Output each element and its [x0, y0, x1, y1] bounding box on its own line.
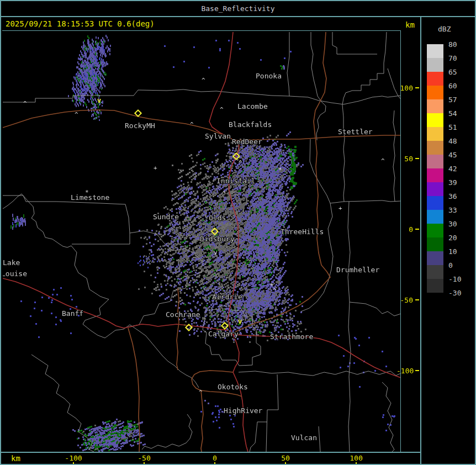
county-boundary-line: [3, 194, 199, 388]
city-label: Blackfalds: [229, 120, 272, 129]
unit-label-top: km: [405, 20, 415, 29]
city-label: Didsbury: [200, 235, 235, 243]
map-marker-star: *: [278, 166, 282, 173]
city-label: Lake: [3, 258, 20, 267]
county-boundary-line: [342, 32, 387, 202]
legend-unit-label: dBZ: [438, 25, 451, 33]
county-boundary-line: [266, 374, 278, 452]
legend-color-block: [427, 99, 443, 113]
legend-dbz-label: 57: [448, 96, 457, 103]
highway-brown-line: [201, 390, 203, 452]
city-label: RedDeer: [232, 138, 262, 146]
map-marker-caret: ^: [239, 159, 242, 166]
legend-color-block: [427, 44, 443, 58]
y-axis-tick-mark: [415, 299, 419, 300]
legend-dbz-label: 42: [448, 165, 457, 172]
map-marker-caret: ^: [75, 111, 78, 118]
legend-color-block: [427, 210, 443, 224]
city-label: Innisfail: [216, 177, 255, 185]
legend-dbz-label: 0: [448, 262, 453, 269]
county-boundary-line: [311, 32, 326, 140]
x-axis-tick-label: 50: [281, 454, 290, 462]
legend-color-block: [427, 182, 443, 196]
title-bar: Base_Reflectivity: [1, 1, 475, 16]
county-boundary-line: [289, 96, 400, 104]
legend-color-block: [427, 237, 443, 251]
county-boundary-line: [350, 302, 400, 316]
city-label: ThreeHills: [281, 228, 324, 236]
y-axis-tick-label: 100: [396, 84, 413, 92]
highway-red-line: [3, 278, 228, 330]
map-marker-caret: ^: [190, 121, 194, 128]
x-axis-tick-label: -50: [137, 454, 150, 462]
station-diamond-marker: [211, 228, 218, 234]
x-axis-tick-mark: [285, 462, 286, 465]
county-boundary-line: [319, 426, 320, 452]
city-label: Ponoka: [256, 72, 282, 80]
city-label: Drumheller: [336, 266, 379, 274]
radar-site-v-marker: v: [97, 97, 101, 104]
county-boundary-line: [301, 139, 333, 311]
x-axis-tick-mark: [144, 462, 145, 465]
county-boundary-line: [332, 32, 377, 54]
legend-color-block: [427, 58, 443, 72]
highway-brown-line: [177, 288, 179, 370]
city-label: Strathmore: [270, 332, 313, 341]
county-boundary-line: [31, 355, 94, 452]
map-marker-caret: ^: [199, 389, 203, 396]
window-title: Base_Reflectivity: [201, 4, 274, 13]
city-label: Limestone: [71, 193, 110, 202]
unit-label-bottom: km: [11, 454, 20, 463]
map-marker-plus: +: [154, 165, 157, 172]
city-label: Sundre: [153, 213, 179, 221]
city-label: Banff: [62, 309, 83, 318]
legend-dbz-label: 51: [448, 124, 457, 131]
county-boundary-line: [250, 422, 267, 452]
city-label: HighRiver: [224, 406, 263, 415]
radar-map-overlay: ^^^^^^^^^^+++**vvvPonokaLacombeBlackfald…: [3, 31, 400, 452]
map-marker-caret: ^: [220, 106, 224, 113]
county-boundary-line: [287, 32, 289, 96]
county-boundary-line: [382, 382, 394, 452]
legend-color-block: [427, 86, 443, 99]
map-marker-caret: ^: [381, 157, 385, 165]
title-separator: [1, 16, 475, 17]
legend-dbz-label: 30: [448, 220, 457, 228]
y-axis-tick-label: 50: [396, 155, 413, 163]
bottom-axis-line: [1, 452, 420, 453]
legend-dbz-label: 39: [448, 179, 457, 186]
county-boundary-line: [348, 202, 351, 452]
legend-color-block: [427, 279, 443, 293]
map-marker-caret: ^: [222, 190, 226, 197]
map-marker-vee: v: [214, 249, 218, 256]
y-axis-tick-mark: [415, 158, 419, 159]
legend-dbz-label: 70: [448, 55, 457, 62]
legend-color-block: [427, 224, 443, 237]
city-label: Cochrane: [166, 310, 200, 319]
radar-site-v-marker: v: [238, 318, 242, 325]
city-label: Sylvan: [205, 132, 231, 140]
legend-color-block: [427, 127, 443, 141]
county-boundary-line: [72, 233, 130, 244]
x-axis-tick-label: -100: [65, 454, 82, 462]
legend-color-block: [427, 155, 443, 168]
y-axis-tick-label: -50: [396, 296, 413, 304]
map-marker-caret: ^: [202, 77, 205, 84]
legend-color-block: [427, 265, 443, 279]
x-axis-tick-mark: [73, 462, 74, 465]
x-axis-tick-mark: [356, 462, 357, 465]
legend-color-block: [427, 72, 443, 86]
legend-dbz-label: -10: [448, 276, 461, 283]
city-label: Airdrie: [212, 293, 242, 301]
legend-dbz-label: 80: [448, 41, 457, 48]
y-axis-tick-label: -100: [396, 367, 413, 375]
city-label: RockyMH: [125, 121, 155, 130]
station-diamond-marker: [221, 323, 228, 329]
legend-color-block: [427, 141, 443, 155]
legend-dbz-label: 65: [448, 68, 457, 76]
legend-separator: [420, 16, 421, 465]
legend-dbz-label: 45: [448, 151, 457, 158]
radar-app-window: Base_Reflectivity 2025/09/21 18:15:53 UT…: [0, 0, 476, 465]
legend-color-block: [427, 196, 443, 210]
city-label: Stettler: [338, 128, 373, 136]
